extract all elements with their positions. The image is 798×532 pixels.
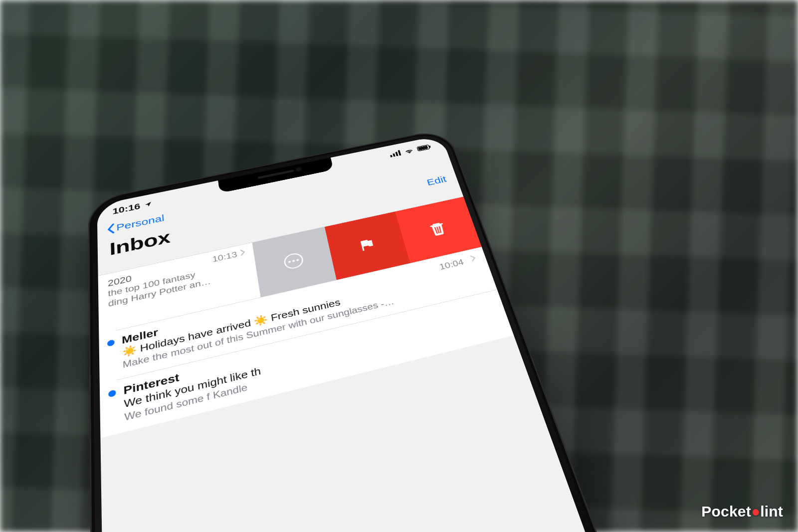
front-camera: [296, 167, 302, 172]
svg-rect-0: [390, 155, 393, 158]
wifi-icon: [403, 148, 414, 155]
earpiece-speaker: [258, 170, 294, 179]
flag-icon: [356, 236, 377, 253]
svg-rect-3: [398, 150, 401, 156]
chevron-left-icon: [106, 223, 116, 235]
edit-button[interactable]: Edit: [425, 174, 449, 190]
battery-icon: [416, 144, 431, 152]
svg-rect-1: [393, 153, 396, 157]
message-list[interactable]: 10:13 2020 the top 100 fantasy ding Harr…: [98, 196, 776, 532]
trash-icon: [427, 220, 448, 237]
status-time: 10:16: [112, 201, 140, 216]
svg-rect-5: [418, 146, 428, 151]
location-services-icon: [144, 201, 153, 208]
more-icon: [283, 252, 304, 271]
iphone-device: 10:16: [88, 128, 797, 532]
unread-indicator: [107, 339, 115, 347]
phone-screen: 10:16: [97, 135, 775, 532]
cellular-signal-icon: [389, 150, 401, 158]
unread-indicator: [108, 389, 116, 397]
svg-rect-2: [395, 152, 398, 156]
